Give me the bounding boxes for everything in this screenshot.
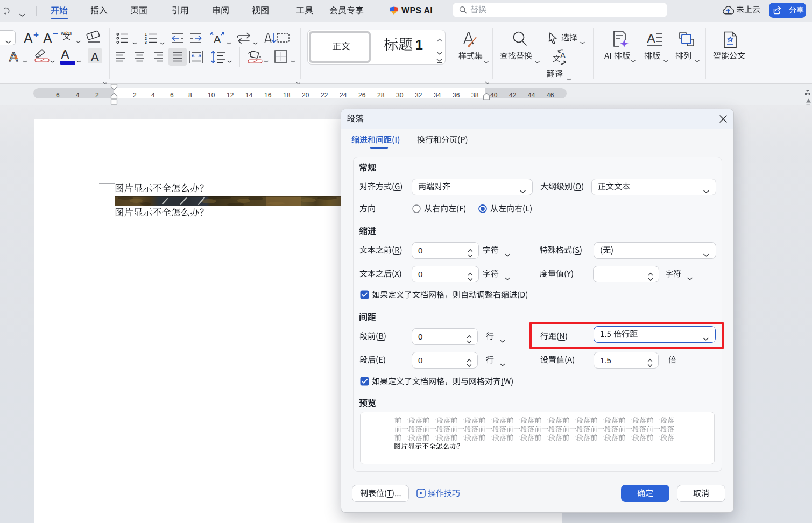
svg-text:A: A (560, 51, 566, 60)
svg-text:2: 2 (145, 37, 147, 40)
svg-text:3: 3 (145, 40, 147, 44)
svg-text:1: 1 (145, 32, 147, 36)
svg-text:A: A (214, 33, 221, 45)
svg-text:A: A (647, 31, 655, 46)
